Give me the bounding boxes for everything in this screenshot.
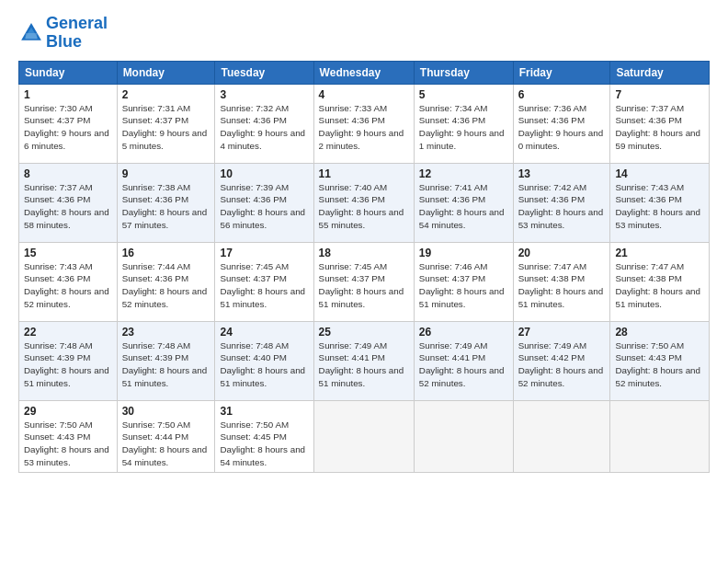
day-number: 18	[319, 247, 409, 259]
day-number: 5	[419, 88, 508, 101]
calendar-header-friday: Friday	[513, 61, 610, 84]
day-number: 4	[319, 88, 409, 101]
day-number: 24	[220, 326, 308, 339]
day-info: Sunrise: 7:45 AMSunset: 4:37 PMDaylight:…	[319, 261, 404, 309]
day-info: Sunrise: 7:37 AMSunset: 4:36 PMDaylight:…	[24, 182, 109, 230]
calendar-day-cell: 25 Sunrise: 7:49 AMSunset: 4:41 PMDaylig…	[313, 321, 414, 400]
header: General Blue	[18, 15, 710, 52]
day-info: Sunrise: 7:36 AMSunset: 4:36 PMDaylight:…	[518, 103, 604, 151]
day-info: Sunrise: 7:38 AMSunset: 4:36 PMDaylight:…	[122, 182, 208, 230]
day-number: 26	[419, 326, 508, 339]
calendar-day-cell: 23 Sunrise: 7:48 AMSunset: 4:39 PMDaylig…	[117, 321, 215, 400]
day-info: Sunrise: 7:50 AMSunset: 4:43 PMDaylight:…	[615, 340, 700, 388]
calendar-header-thursday: Thursday	[414, 61, 513, 84]
day-number: 21	[615, 247, 704, 259]
day-number: 30	[122, 405, 210, 418]
calendar-header-row: SundayMondayTuesdayWednesdayThursdayFrid…	[19, 61, 710, 84]
day-info: Sunrise: 7:37 AMSunset: 4:36 PMDaylight:…	[615, 103, 700, 151]
calendar-week-row: 8 Sunrise: 7:37 AMSunset: 4:36 PMDayligh…	[19, 163, 710, 242]
day-number: 15	[24, 247, 112, 259]
day-info: Sunrise: 7:48 AMSunset: 4:40 PMDaylight:…	[220, 340, 305, 388]
day-number: 29	[24, 405, 112, 418]
day-number: 10	[220, 167, 308, 180]
day-number: 17	[220, 247, 308, 259]
day-info: Sunrise: 7:40 AMSunset: 4:36 PMDaylight:…	[319, 182, 404, 230]
day-info: Sunrise: 7:47 AMSunset: 4:38 PMDaylight:…	[615, 261, 700, 309]
day-info: Sunrise: 7:46 AMSunset: 4:37 PMDaylight:…	[419, 261, 505, 309]
day-number: 28	[615, 326, 704, 339]
day-info: Sunrise: 7:43 AMSunset: 4:36 PMDaylight:…	[24, 261, 109, 309]
calendar-day-cell: 14 Sunrise: 7:43 AMSunset: 4:36 PMDaylig…	[610, 163, 710, 242]
day-number: 9	[122, 167, 210, 180]
day-info: Sunrise: 7:30 AMSunset: 4:37 PMDaylight:…	[24, 103, 109, 151]
calendar-header-saturday: Saturday	[610, 61, 710, 84]
calendar-day-cell: 5 Sunrise: 7:34 AMSunset: 4:36 PMDayligh…	[414, 84, 513, 163]
day-info: Sunrise: 7:45 AMSunset: 4:37 PMDaylight:…	[220, 261, 305, 309]
day-number: 13	[518, 167, 606, 180]
calendar-day-cell: 6 Sunrise: 7:36 AMSunset: 4:36 PMDayligh…	[513, 84, 610, 163]
calendar-day-cell: 28 Sunrise: 7:50 AMSunset: 4:43 PMDaylig…	[610, 321, 710, 400]
day-info: Sunrise: 7:44 AMSunset: 4:36 PMDaylight:…	[122, 261, 208, 309]
calendar-week-row: 15 Sunrise: 7:43 AMSunset: 4:36 PMDaylig…	[19, 242, 710, 321]
calendar-day-cell: 29 Sunrise: 7:50 AMSunset: 4:43 PMDaylig…	[19, 400, 118, 473]
day-info: Sunrise: 7:50 AMSunset: 4:43 PMDaylight:…	[24, 419, 109, 467]
calendar-week-row: 22 Sunrise: 7:48 AMSunset: 4:39 PMDaylig…	[19, 321, 710, 400]
page: General Blue SundayMondayTuesdayWednesda…	[0, 0, 728, 563]
day-number: 31	[220, 405, 308, 418]
calendar-day-cell: 8 Sunrise: 7:37 AMSunset: 4:36 PMDayligh…	[19, 163, 118, 242]
day-info: Sunrise: 7:48 AMSunset: 4:39 PMDaylight:…	[24, 340, 109, 388]
calendar-empty-cell	[313, 400, 414, 473]
calendar-day-cell: 3 Sunrise: 7:32 AMSunset: 4:36 PMDayligh…	[215, 84, 313, 163]
svg-rect-2	[26, 33, 37, 39]
day-number: 7	[615, 88, 704, 101]
calendar-day-cell: 10 Sunrise: 7:39 AMSunset: 4:36 PMDaylig…	[215, 163, 313, 242]
calendar-week-row: 29 Sunrise: 7:50 AMSunset: 4:43 PMDaylig…	[19, 400, 710, 473]
day-number: 14	[615, 167, 704, 180]
logo: General Blue	[18, 15, 108, 52]
day-info: Sunrise: 7:47 AMSunset: 4:38 PMDaylight:…	[518, 261, 604, 309]
day-number: 12	[419, 167, 508, 180]
day-number: 25	[319, 326, 409, 339]
calendar-day-cell: 27 Sunrise: 7:49 AMSunset: 4:42 PMDaylig…	[513, 321, 610, 400]
calendar-table: SundayMondayTuesdayWednesdayThursdayFrid…	[18, 61, 710, 474]
calendar-empty-cell	[513, 400, 610, 473]
calendar-day-cell: 1 Sunrise: 7:30 AMSunset: 4:37 PMDayligh…	[19, 84, 118, 163]
day-info: Sunrise: 7:41 AMSunset: 4:36 PMDaylight:…	[419, 182, 505, 230]
day-info: Sunrise: 7:33 AMSunset: 4:36 PMDaylight:…	[319, 103, 404, 151]
calendar-week-row: 1 Sunrise: 7:30 AMSunset: 4:37 PMDayligh…	[19, 84, 710, 163]
day-number: 3	[220, 88, 308, 101]
calendar-day-cell: 9 Sunrise: 7:38 AMSunset: 4:36 PMDayligh…	[117, 163, 215, 242]
day-number: 8	[24, 167, 112, 180]
day-info: Sunrise: 7:43 AMSunset: 4:36 PMDaylight:…	[615, 182, 700, 230]
calendar-header-wednesday: Wednesday	[313, 61, 414, 84]
calendar-day-cell: 26 Sunrise: 7:49 AMSunset: 4:41 PMDaylig…	[414, 321, 513, 400]
calendar-day-cell: 16 Sunrise: 7:44 AMSunset: 4:36 PMDaylig…	[117, 242, 215, 321]
calendar-day-cell: 19 Sunrise: 7:46 AMSunset: 4:37 PMDaylig…	[414, 242, 513, 321]
day-info: Sunrise: 7:49 AMSunset: 4:42 PMDaylight:…	[518, 340, 604, 388]
calendar-day-cell: 12 Sunrise: 7:41 AMSunset: 4:36 PMDaylig…	[414, 163, 513, 242]
calendar-day-cell: 7 Sunrise: 7:37 AMSunset: 4:36 PMDayligh…	[610, 84, 710, 163]
calendar-day-cell: 24 Sunrise: 7:48 AMSunset: 4:40 PMDaylig…	[215, 321, 313, 400]
calendar-day-cell: 11 Sunrise: 7:40 AMSunset: 4:36 PMDaylig…	[313, 163, 414, 242]
day-number: 19	[419, 247, 508, 259]
logo-icon	[18, 20, 44, 46]
day-info: Sunrise: 7:50 AMSunset: 4:45 PMDaylight:…	[220, 419, 305, 467]
calendar-day-cell: 13 Sunrise: 7:42 AMSunset: 4:36 PMDaylig…	[513, 163, 610, 242]
day-number: 6	[518, 88, 606, 101]
day-info: Sunrise: 7:34 AMSunset: 4:36 PMDaylight:…	[419, 103, 505, 151]
day-number: 20	[518, 247, 606, 259]
calendar-day-cell: 31 Sunrise: 7:50 AMSunset: 4:45 PMDaylig…	[215, 400, 313, 473]
day-info: Sunrise: 7:48 AMSunset: 4:39 PMDaylight:…	[122, 340, 208, 388]
day-info: Sunrise: 7:31 AMSunset: 4:37 PMDaylight:…	[122, 103, 208, 151]
day-info: Sunrise: 7:49 AMSunset: 4:41 PMDaylight:…	[419, 340, 505, 388]
calendar-day-cell: 15 Sunrise: 7:43 AMSunset: 4:36 PMDaylig…	[19, 242, 118, 321]
day-info: Sunrise: 7:50 AMSunset: 4:44 PMDaylight:…	[122, 419, 208, 467]
day-number: 16	[122, 247, 210, 259]
day-info: Sunrise: 7:39 AMSunset: 4:36 PMDaylight:…	[220, 182, 305, 230]
day-info: Sunrise: 7:49 AMSunset: 4:41 PMDaylight:…	[319, 340, 404, 388]
day-number: 23	[122, 326, 210, 339]
calendar-day-cell: 20 Sunrise: 7:47 AMSunset: 4:38 PMDaylig…	[513, 242, 610, 321]
calendar-header-tuesday: Tuesday	[215, 61, 313, 84]
calendar-day-cell: 2 Sunrise: 7:31 AMSunset: 4:37 PMDayligh…	[117, 84, 215, 163]
day-info: Sunrise: 7:42 AMSunset: 4:36 PMDaylight:…	[518, 182, 604, 230]
